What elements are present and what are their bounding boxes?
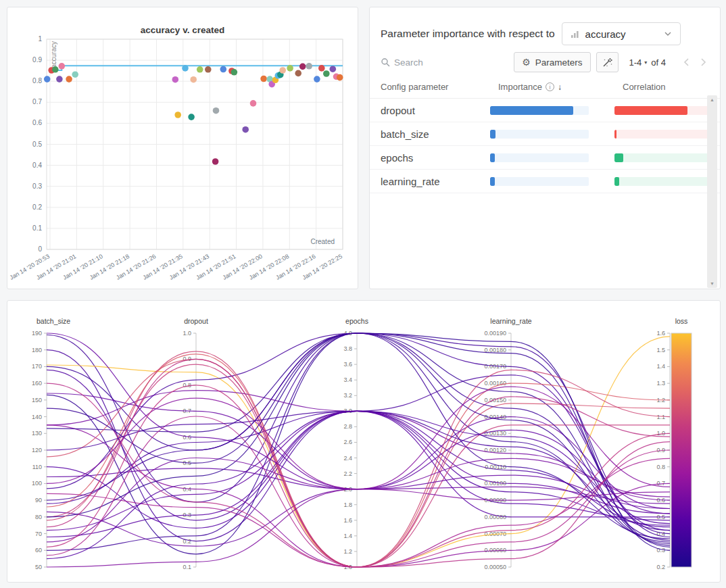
svg-text:0.6: 0.6 bbox=[32, 119, 42, 126]
scatter-points[interactable] bbox=[44, 63, 343, 165]
run-point[interactable] bbox=[314, 76, 320, 82]
svg-text:0.3: 0.3 bbox=[656, 547, 665, 554]
run-line[interactable] bbox=[47, 391, 670, 501]
svg-text:190: 190 bbox=[32, 330, 42, 337]
run-point[interactable] bbox=[66, 76, 72, 82]
run-line[interactable] bbox=[47, 425, 670, 567]
run-point[interactable] bbox=[52, 66, 59, 73]
parameters-button[interactable]: ⚙ Parameters bbox=[514, 52, 590, 72]
svg-text:140: 140 bbox=[32, 414, 42, 420]
run-point[interactable] bbox=[337, 74, 343, 81]
svg-text:0.9: 0.9 bbox=[32, 56, 42, 64]
search-input[interactable] bbox=[394, 57, 489, 68]
run-point[interactable] bbox=[279, 67, 286, 74]
run-point[interactable] bbox=[220, 66, 227, 73]
chevron-down-icon bbox=[664, 31, 672, 36]
svg-text:130: 130 bbox=[32, 430, 42, 437]
pagination-range-dropdown[interactable]: 1-4 ▾ of 4 bbox=[629, 57, 667, 68]
metric-dropdown[interactable]: accuracy bbox=[562, 22, 681, 45]
run-point[interactable] bbox=[250, 100, 257, 107]
run-point[interactable] bbox=[212, 158, 219, 165]
svg-text:1.3: 1.3 bbox=[656, 380, 665, 387]
run-point[interactable] bbox=[197, 66, 203, 73]
axis-title-loss: loss bbox=[675, 317, 688, 325]
svg-text:0: 0 bbox=[38, 245, 42, 253]
sort-desc-icon[interactable]: ↓ bbox=[558, 82, 562, 92]
svg-text:1.0: 1.0 bbox=[183, 330, 191, 337]
run-point[interactable] bbox=[172, 76, 179, 83]
parallel-coordinates-plot[interactable]: 5060708090100110120130140150160170180190… bbox=[7, 301, 720, 582]
run-line[interactable] bbox=[47, 416, 670, 567]
svg-text:0.1: 0.1 bbox=[32, 224, 42, 232]
scatter-ylabel: accuracy bbox=[50, 41, 57, 68]
run-point[interactable] bbox=[318, 65, 325, 72]
parallel-run-lines[interactable] bbox=[47, 333, 670, 567]
run-point[interactable] bbox=[188, 114, 195, 120]
importance-bar-fill bbox=[490, 106, 573, 115]
scatter-plot[interactable]: 00.10.20.30.40.50.60.70.80.91Jan 14 '20 … bbox=[7, 7, 358, 289]
run-point[interactable] bbox=[330, 66, 337, 72]
run-line[interactable] bbox=[47, 370, 670, 525]
run-point[interactable] bbox=[44, 76, 51, 82]
svg-text:1.6: 1.6 bbox=[343, 517, 352, 524]
run-point[interactable] bbox=[299, 64, 306, 70]
svg-text:0.00190: 0.00190 bbox=[484, 330, 506, 337]
run-line[interactable] bbox=[47, 333, 670, 537]
run-point[interactable] bbox=[260, 76, 267, 82]
scroll-down-icon[interactable]: ▼ bbox=[710, 281, 715, 286]
svg-text:1.6: 1.6 bbox=[656, 330, 665, 337]
table-row[interactable]: dropout bbox=[370, 99, 720, 122]
run-point[interactable] bbox=[213, 107, 220, 114]
run-point[interactable] bbox=[231, 69, 238, 76]
importance-bar bbox=[490, 130, 589, 139]
run-line[interactable] bbox=[47, 333, 670, 542]
run-line[interactable] bbox=[47, 351, 670, 567]
run-point[interactable] bbox=[295, 70, 301, 77]
run-point[interactable] bbox=[59, 63, 66, 70]
svg-text:60: 60 bbox=[35, 547, 42, 554]
run-point[interactable] bbox=[182, 65, 189, 72]
svg-text:170: 170 bbox=[32, 363, 42, 370]
magic-wand-button[interactable] bbox=[596, 52, 619, 72]
run-point[interactable] bbox=[242, 126, 249, 133]
magic-wand-icon bbox=[602, 57, 613, 68]
importance-bar-fill bbox=[490, 177, 495, 186]
info-icon[interactable]: i bbox=[546, 82, 554, 91]
run-point[interactable] bbox=[306, 63, 312, 70]
prev-page-button[interactable] bbox=[683, 57, 689, 67]
svg-text:1: 1 bbox=[38, 35, 42, 43]
svg-text:2.6: 2.6 bbox=[343, 439, 352, 445]
correlation-bar-fill bbox=[614, 153, 623, 162]
run-point[interactable] bbox=[287, 65, 293, 72]
run-line[interactable] bbox=[47, 333, 670, 539]
svg-text:0.00160: 0.00160 bbox=[484, 380, 506, 387]
run-point[interactable] bbox=[205, 66, 212, 73]
run-point[interactable] bbox=[323, 70, 330, 77]
run-line[interactable] bbox=[47, 333, 670, 545]
parallel-axes: 5060708090100110120130140150160170180190… bbox=[32, 330, 670, 570]
table-scrollbar[interactable]: ▲ ▼ bbox=[707, 95, 717, 288]
next-page-button[interactable] bbox=[700, 57, 706, 67]
importance-bar bbox=[490, 153, 589, 162]
table-row[interactable]: learning_rate bbox=[370, 170, 720, 193]
run-point[interactable] bbox=[56, 76, 63, 82]
table-row[interactable]: epochs bbox=[370, 146, 720, 170]
max-accuracy-line bbox=[49, 66, 343, 70]
search-box[interactable] bbox=[381, 57, 508, 68]
svg-text:0.2: 0.2 bbox=[656, 564, 665, 570]
svg-text:2.4: 2.4 bbox=[343, 455, 352, 462]
importance-bar bbox=[490, 177, 589, 186]
run-point[interactable] bbox=[190, 76, 197, 83]
scroll-up-icon[interactable]: ▲ bbox=[710, 97, 715, 102]
importance-bar-fill bbox=[490, 130, 495, 139]
correlation-bar bbox=[614, 177, 713, 186]
correlation-bar-fill bbox=[614, 130, 616, 139]
table-row[interactable]: batch_size bbox=[370, 122, 720, 146]
run-point[interactable] bbox=[72, 71, 78, 78]
parameters-button-label: Parameters bbox=[535, 57, 583, 68]
importance-panel-title: Parameter importance with respect to bbox=[381, 28, 555, 40]
caret-down-icon: ▾ bbox=[644, 59, 647, 66]
config-parameter-name: dropout bbox=[381, 105, 490, 116]
run-line[interactable] bbox=[47, 411, 670, 558]
run-point[interactable] bbox=[174, 112, 181, 118]
